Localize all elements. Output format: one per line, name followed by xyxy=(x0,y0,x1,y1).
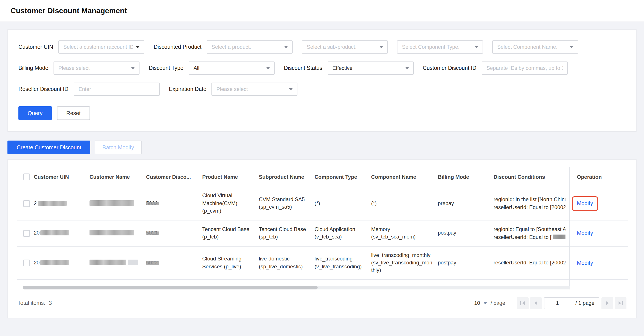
cell-subproduct-name: CVM Standard SA5 (sp_cvm_sa5) xyxy=(259,187,314,220)
discount-type-label: Discount Type xyxy=(149,65,183,71)
filter-row-1: Customer UIN Select a customer (account … xyxy=(18,40,626,54)
total-items-value: 3 xyxy=(49,300,52,306)
redacted-text xyxy=(553,235,566,239)
cell-discount-conditions: regionId: In the list [North China ( res… xyxy=(494,187,571,220)
cell-customer-discount-id: 5032 xyxy=(146,187,202,220)
discount-table-card: Customer UIN Customer Name Customer Disc… xyxy=(8,159,636,318)
customer-discount-id-input[interactable] xyxy=(482,62,568,75)
chevron-down-icon xyxy=(405,67,409,69)
cell-customer-uin: 20 xyxy=(34,246,90,279)
discount-table: Customer UIN Customer Name Customer Disc… xyxy=(17,167,628,280)
chevron-down-icon xyxy=(289,88,293,90)
chevron-down-icon xyxy=(136,46,140,48)
column-header-discount-conditions: Discount Conditions xyxy=(494,167,571,187)
per-page-label: / page xyxy=(491,300,505,306)
cell-customer-discount-id: 5022 xyxy=(146,246,202,279)
table-toolbar: Create Customer Discount Batch Modify xyxy=(8,140,636,154)
table-footer: Total items: 3 10 / page xyxy=(17,297,627,309)
column-header-component-name: Component Name xyxy=(371,167,438,187)
prev-page-button[interactable] xyxy=(530,297,542,309)
customer-uin-select[interactable]: Select a customer (account ID/ xyxy=(58,40,144,54)
row-checkbox[interactable] xyxy=(23,230,30,237)
first-page-button[interactable] xyxy=(516,297,528,309)
page-size-select[interactable]: 10 xyxy=(474,300,487,306)
cell-customer-uin: 2 xyxy=(34,187,90,220)
filter-row-2: Billing Mode Please select Discount Type… xyxy=(18,62,626,75)
customer-uin-label: Customer UIN xyxy=(18,44,53,50)
component-type-select[interactable]: Select Component Type. xyxy=(397,40,483,54)
last-page-button[interactable] xyxy=(614,297,626,309)
billing-mode-label: Billing Mode xyxy=(18,65,48,71)
cell-customer-uin: 20 xyxy=(34,220,90,246)
select-all-checkbox[interactable] xyxy=(23,174,30,180)
chevron-down-icon xyxy=(484,302,487,304)
filter-row-3: Reseller Discount ID Expiration Date Ple… xyxy=(18,83,626,96)
page: Customer Discount Management Customer UI… xyxy=(0,0,644,336)
filter-panel: Customer UIN Select a customer (account … xyxy=(8,30,636,132)
table-row: 20 5022 Cloud Streaming Services (p_live… xyxy=(17,246,628,279)
discount-status-value: Effective xyxy=(332,65,352,71)
cell-operation: Modify xyxy=(571,220,628,246)
chevron-down-icon xyxy=(131,67,135,69)
component-type-placeholder: Select Component Type. xyxy=(402,44,460,50)
column-header-customer-name: Customer Name xyxy=(90,167,146,187)
modify-link[interactable]: Modify xyxy=(577,260,593,266)
discounted-product-label: Discounted Product xyxy=(154,44,201,50)
filter-customer-discount-id: Customer Discount ID xyxy=(423,62,568,75)
expiration-date-select[interactable]: Please select xyxy=(212,83,298,96)
reset-button[interactable]: Reset xyxy=(57,106,90,120)
fixed-column-divider xyxy=(570,167,570,289)
cell-product-name: Cloud Virtual Machine(CVM) (p_cvm) xyxy=(202,187,259,220)
table-row: 2 5032 Cloud Virtual Machine(CVM) (p_cvm… xyxy=(17,187,628,220)
subproduct-placeholder: Select a sub-product. xyxy=(307,44,357,50)
redacted-text xyxy=(128,260,138,265)
query-button[interactable]: Query xyxy=(18,106,52,120)
chevron-down-icon xyxy=(284,46,288,48)
top-bar: Customer Discount Management xyxy=(0,0,644,22)
filter-customer-uin: Customer UIN Select a customer (account … xyxy=(18,40,144,54)
column-header-customer-uin: Customer UIN xyxy=(34,167,90,187)
page-jump-box: / 1 page xyxy=(544,297,599,309)
reseller-discount-id-label: Reseller Discount ID xyxy=(18,86,68,92)
subproduct-select[interactable]: Select a sub-product. xyxy=(302,40,388,54)
cell-billing-mode: postpay xyxy=(438,220,494,246)
page-count-label: / 1 page xyxy=(571,297,599,309)
modify-link[interactable]: Modify xyxy=(577,230,593,236)
filter-discount-status: Discount Status Effective xyxy=(284,62,414,75)
cell-component-name: Memory (sv_tcb_sca_mem) xyxy=(371,220,438,246)
scrollbar-thumb[interactable] xyxy=(23,286,318,289)
redacted-text xyxy=(90,260,126,265)
create-customer-discount-button[interactable]: Create Customer Discount xyxy=(8,140,90,154)
billing-mode-placeholder: Please select xyxy=(58,65,90,71)
filter-discounted-product: Discounted Product Select a product. xyxy=(154,40,292,54)
row-checkbox[interactable] xyxy=(23,200,30,207)
next-page-button[interactable] xyxy=(602,297,613,309)
discount-status-select[interactable]: Effective xyxy=(328,62,414,75)
expiration-date-label: Expiration Date xyxy=(169,86,206,92)
column-header-operation: Operation xyxy=(571,167,628,187)
cell-operation: Modify xyxy=(571,187,628,220)
filter-discount-type: Discount Type All xyxy=(149,62,274,75)
page-title: Customer Discount Management xyxy=(10,6,127,15)
pager-buttons: / 1 page xyxy=(516,297,626,309)
horizontal-scrollbar[interactable] xyxy=(23,286,570,289)
column-header-billing-mode: Billing Mode xyxy=(438,167,494,187)
total-items-label: Total items: xyxy=(18,300,45,306)
customer-uin-placeholder: Select a customer (account ID/ xyxy=(63,44,133,50)
discount-type-select[interactable]: All xyxy=(189,62,274,75)
column-header-product-name: Product Name xyxy=(202,167,259,187)
billing-mode-select[interactable]: Please select xyxy=(54,62,140,75)
current-page-input[interactable] xyxy=(544,297,571,309)
cell-component-type: Cloud Application (v_tcb_sca) xyxy=(314,220,371,246)
filter-billing-mode: Billing Mode Please select xyxy=(18,62,140,75)
prev-page-icon xyxy=(534,301,537,305)
cell-customer-name xyxy=(90,246,146,279)
batch-modify-button[interactable]: Batch Modify xyxy=(95,140,142,154)
reseller-discount-id-input[interactable] xyxy=(74,83,160,96)
product-select[interactable]: Select a product. xyxy=(207,40,293,54)
column-header-customer-discount-id: Customer Disco... xyxy=(146,167,202,187)
modify-link[interactable]: Modify xyxy=(577,200,593,206)
cell-subproduct-name: Tencent Cloud Base (sp_tcb) xyxy=(259,220,314,246)
row-checkbox[interactable] xyxy=(23,260,30,266)
component-name-select[interactable]: Select Component Name. xyxy=(492,40,578,54)
